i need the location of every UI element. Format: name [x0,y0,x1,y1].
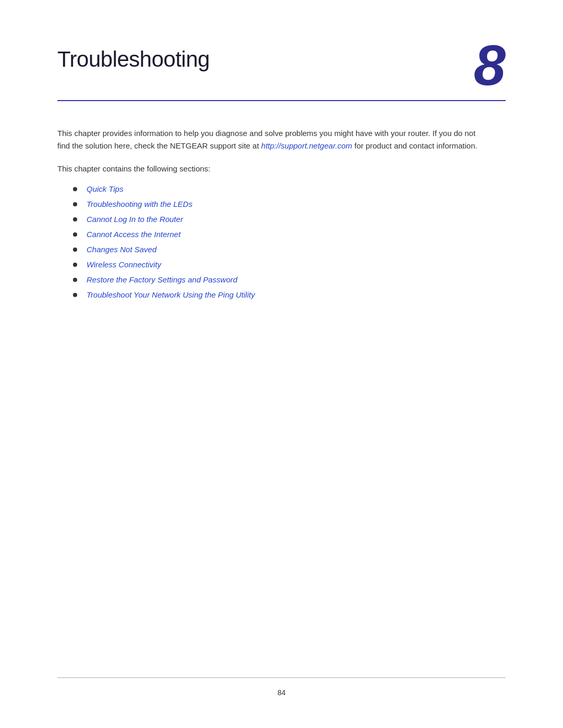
bullet-icon [73,217,77,221]
list-item: Wireless Connectivity [57,260,506,269]
list-item: Restore the Factory Settings and Passwor… [57,275,506,284]
toc-link[interactable]: Changes Not Saved [87,245,156,254]
bullet-icon [73,263,77,267]
bullet-icon [73,232,77,237]
list-item: Troubleshoot Your Network Using the Ping… [57,290,506,299]
toc-link[interactable]: Cannot Access the Internet [87,230,180,239]
list-item: Changes Not Saved [57,245,506,254]
list-item: Cannot Access the Internet [57,230,506,239]
chapter-header: Troubleshooting 8 [57,42,506,94]
intro-paragraph-1: This chapter provides information to hel… [57,127,485,152]
bullet-icon [73,278,77,282]
list-item: Cannot Log In to the Router [57,215,506,224]
list-item: Quick Tips [57,184,506,193]
list-item: Troubleshooting with the LEDs [57,200,506,208]
page-number: 84 [57,688,506,697]
toc-link[interactable]: Wireless Connectivity [87,260,161,269]
toc-link[interactable]: Troubleshoot Your Network Using the Ping… [87,290,255,299]
bullet-icon [73,293,77,297]
chapter-number: 8 [474,36,506,94]
toc-link[interactable]: Cannot Log In to the Router [87,215,183,224]
header-divider [57,100,506,101]
chapter-title: Troubleshooting [57,42,210,72]
toc-list: Quick TipsTroubleshooting with the LEDsC… [57,184,506,305]
toc-link[interactable]: Restore the Factory Settings and Passwor… [87,275,237,284]
netgear-support-link[interactable]: http://support.netgear.com [261,141,352,150]
bullet-icon [73,248,77,252]
intro-text-part2: for product and contact information. [352,141,478,150]
toc-link[interactable]: Troubleshooting with the LEDs [87,200,192,208]
toc-link[interactable]: Quick Tips [87,184,124,193]
sections-intro: This chapter contains the following sect… [57,163,506,175]
bullet-icon [73,202,77,206]
footer-divider [57,677,506,678]
bullet-icon [73,187,77,191]
page-container: Troubleshooting 8 This chapter provides … [0,0,563,728]
